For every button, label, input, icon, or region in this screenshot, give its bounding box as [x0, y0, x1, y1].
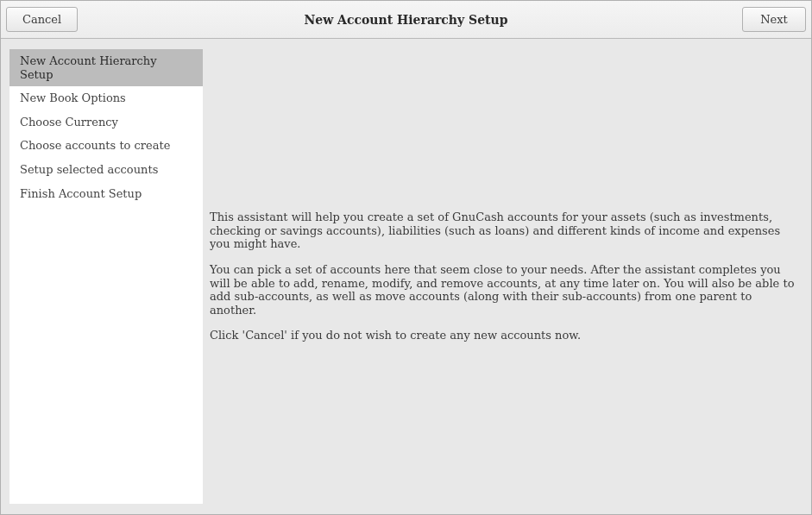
sidebar-item-label: New Book Options: [20, 91, 126, 104]
sidebar-item-label: Choose Currency: [20, 116, 118, 129]
sidebar-item-label: Choose accounts to create: [20, 139, 170, 152]
cancel-button[interactable]: Cancel: [6, 7, 78, 32]
main-content: This assistant will help you create a se…: [210, 49, 801, 504]
sidebar-item-new-account-hierarchy[interactable]: New Account Hierarchy Setup: [9, 49, 203, 86]
next-button[interactable]: Next: [742, 7, 806, 32]
intro-paragraph-3: Click 'Cancel' if you do not wish to cre…: [210, 329, 796, 342]
page-title: New Account Hierarchy Setup: [1, 13, 811, 27]
sidebar-item-finish-account-setup[interactable]: Finish Account Setup: [9, 182, 203, 206]
sidebar-item-setup-selected-accounts[interactable]: Setup selected accounts: [9, 158, 203, 182]
sidebar: New Account Hierarchy Setup New Book Opt…: [9, 49, 203, 504]
body-area: New Account Hierarchy Setup New Book Opt…: [1, 39, 811, 514]
intro-paragraph-2: You can pick a set of accounts here that…: [210, 263, 796, 317]
intro-paragraph-1: This assistant will help you create a se…: [210, 210, 796, 251]
sidebar-item-choose-currency[interactable]: Choose Currency: [9, 110, 203, 135]
assistant-window: Cancel New Account Hierarchy Setup Next …: [0, 0, 812, 515]
sidebar-item-choose-accounts[interactable]: Choose accounts to create: [9, 134, 203, 158]
sidebar-item-label: New Account Hierarchy Setup: [20, 54, 157, 81]
sidebar-item-label: Finish Account Setup: [20, 187, 142, 200]
sidebar-item-new-book-options[interactable]: New Book Options: [9, 86, 203, 110]
titlebar: Cancel New Account Hierarchy Setup Next: [1, 1, 811, 39]
sidebar-item-label: Setup selected accounts: [20, 163, 158, 176]
